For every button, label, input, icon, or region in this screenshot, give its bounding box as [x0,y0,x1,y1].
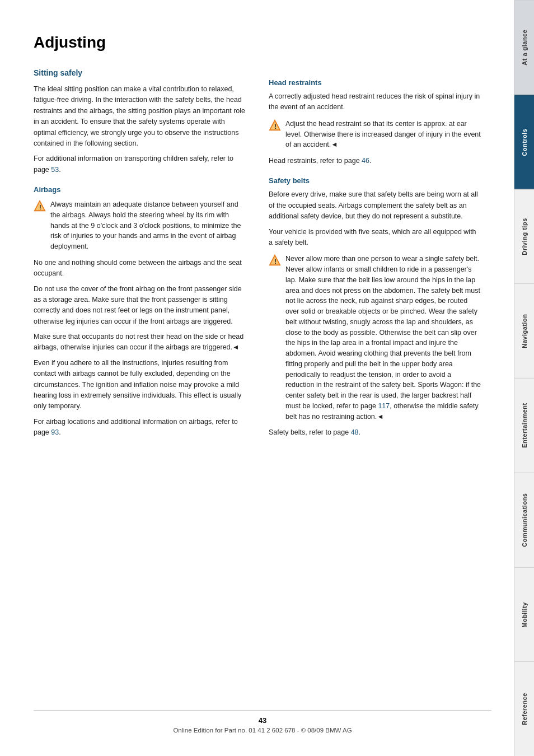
page-footer: 43 Online Edition for Part no. 01 41 2 6… [34,710,491,734]
sidebar-tabs: At a glance Controls Driving tips Naviga… [514,0,534,756]
footer-text: Online Edition for Part no. 01 41 2 602 … [173,727,352,734]
warning-triangle-icon: ! [34,200,46,212]
airbags-p4: Even if you adhere to all the instructio… [34,358,246,412]
safety-belts-page117-link[interactable]: 117 [378,402,390,410]
intro-text: The ideal sitting position can make a vi… [34,84,246,149]
page-title: Adjusting [34,34,491,52]
svg-text:!: ! [274,258,277,265]
safety-belts-warning-text: Never allow more than one person to wear… [285,254,481,422]
warning-triangle-icon-2: ! [269,119,281,132]
page-number: 43 [34,716,491,725]
left-column: Sitting safely The ideal sitting positio… [34,68,246,693]
safety-belts-p1: Before every drive, make sure that safet… [269,189,481,222]
svg-text:!: ! [39,204,41,211]
head-restraints-heading: Head restraints [269,78,481,87]
sidebar-tab-driving-tips[interactable]: Driving tips [514,189,534,284]
head-restraints-intro: A correctly adjusted head restraint redu… [269,91,481,113]
airbags-warning-text: Always maintain an adequate distance bet… [50,199,246,252]
right-column: Head restraints A correctly adjusted hea… [269,68,481,693]
airbags-warning-block: ! Always maintain an adequate distance b… [34,199,246,252]
sidebar-tab-mobility[interactable]: Mobility [514,567,534,662]
sitting-safely-heading: Sitting safely [34,68,246,78]
svg-text:!: ! [274,123,277,129]
safety-belts-heading: Safety belts [269,176,481,185]
sidebar-tab-communications[interactable]: Communications [514,473,534,567]
safety-belts-page48-link[interactable]: 48 [351,428,359,436]
safety-belts-p2: Your vehicle is provided with five seats… [269,227,481,249]
safety-belts-warning-block: ! Never allow more than one person to we… [269,254,481,422]
sidebar-tab-at-a-glance[interactable]: At a glance [514,0,534,95]
head-restraints-page-link[interactable]: 46 [362,157,369,165]
sidebar-tab-controls[interactable]: Controls [514,95,534,189]
airbags-p1: No one and nothing should come between t… [34,258,246,279]
sidebar-tab-reference[interactable]: Reference [514,661,534,756]
airbags-page-link[interactable]: 93 [51,428,59,436]
head-restraints-warning-text: Adjust the head restraint so that its ce… [285,119,481,150]
sidebar-tab-navigation[interactable]: Navigation [514,283,534,378]
airbags-p2: Do not use the cover of the front airbag… [34,284,246,328]
head-restraints-warning-block: ! Adjust the head restraint so that its … [269,119,481,150]
airbags-heading: Airbags [34,185,246,194]
children-page-link[interactable]: 53 [51,166,59,174]
warning-triangle-icon-3: ! [269,254,281,267]
airbags-p5: For airbag locations and additional info… [34,417,246,438]
head-restraints-ref: Head restraints, refer to page 46. [269,156,481,166]
children-text: For additional information on transporti… [34,153,246,175]
safety-belts-ref: Safety belts, refer to page 48. [269,427,481,438]
airbags-p3: Make sure that occupants do not rest the… [34,332,246,353]
sidebar-tab-entertainment[interactable]: Entertainment [514,378,534,473]
